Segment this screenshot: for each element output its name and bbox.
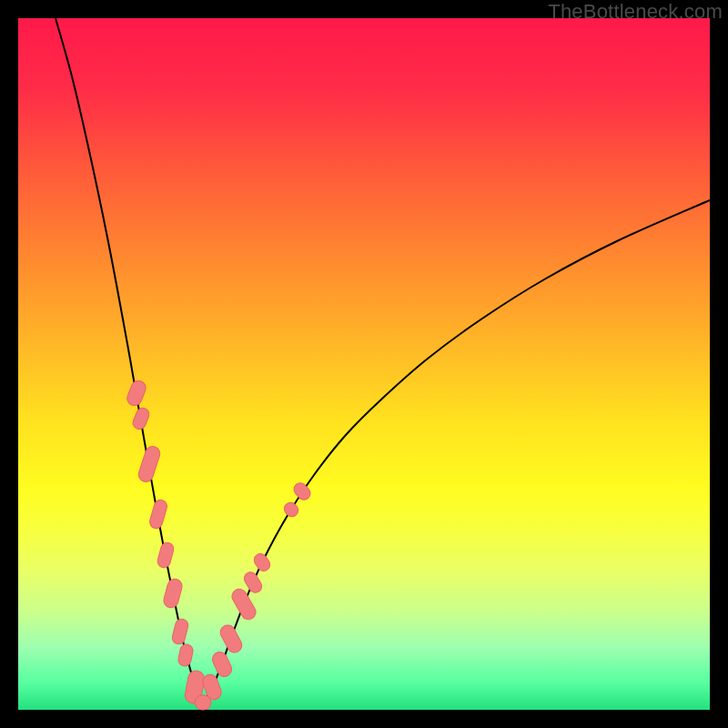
svg-rect-2 bbox=[136, 445, 162, 484]
marker-12 bbox=[217, 622, 244, 655]
marker-16 bbox=[281, 500, 300, 519]
svg-rect-7 bbox=[177, 643, 195, 667]
svg-rect-6 bbox=[171, 618, 189, 646]
chart-frame: TheBottleneck.com bbox=[0, 0, 728, 728]
plot-area bbox=[18, 18, 710, 710]
chart-svg bbox=[18, 18, 710, 710]
marker-5 bbox=[162, 577, 184, 609]
marker-0 bbox=[125, 379, 147, 408]
marker-7 bbox=[177, 643, 195, 667]
svg-rect-16 bbox=[281, 500, 300, 519]
svg-rect-12 bbox=[217, 622, 244, 655]
svg-rect-5 bbox=[162, 577, 184, 609]
marker-3 bbox=[148, 499, 168, 531]
curve-curve-right bbox=[202, 200, 710, 703]
marker-2 bbox=[136, 445, 162, 484]
svg-rect-17 bbox=[291, 480, 313, 502]
svg-rect-0 bbox=[125, 379, 147, 408]
marker-17 bbox=[291, 480, 313, 502]
marker-11 bbox=[210, 650, 234, 679]
svg-rect-4 bbox=[157, 541, 176, 570]
svg-rect-11 bbox=[210, 650, 234, 679]
svg-rect-1 bbox=[131, 406, 151, 430]
svg-rect-3 bbox=[148, 499, 168, 531]
marker-1 bbox=[131, 406, 151, 430]
markers-group bbox=[125, 379, 313, 710]
marker-15 bbox=[252, 551, 273, 573]
curves-group bbox=[56, 18, 710, 703]
marker-4 bbox=[157, 541, 176, 570]
curve-curve-left bbox=[56, 18, 202, 703]
marker-6 bbox=[171, 618, 189, 646]
svg-rect-15 bbox=[252, 551, 273, 573]
